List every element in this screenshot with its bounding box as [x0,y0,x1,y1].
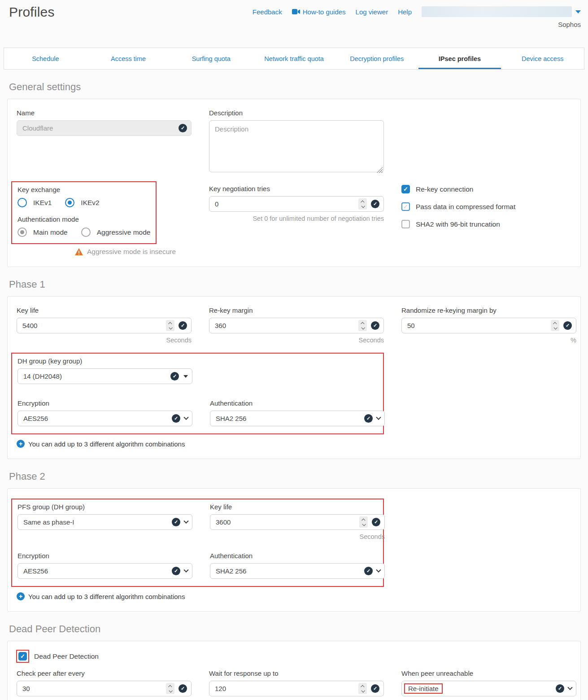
number-stepper[interactable] [359,516,368,528]
general-settings-heading: General settings [9,81,581,93]
p1-dh-group-label: DH group (key group) [17,357,192,365]
radio-aggressive-mode[interactable] [81,228,91,237]
radio-main-mode[interactable] [17,228,27,237]
p1-rekey-margin-field[interactable]: ✓ [209,318,384,333]
check-circle-icon: ✓ [170,372,179,381]
dpd-wait-input[interactable] [215,685,358,692]
radio-ikev1[interactable] [17,198,27,207]
p1-dh-group-select[interactable]: 14 (DH2048) ✓ [17,368,192,384]
p1-authentication-value: SHA2 256 [216,415,364,422]
key-negotiation-input[interactable] [215,200,358,208]
dpd-check-peer-field[interactable]: ✓ [17,681,192,696]
p1-randomize-input[interactable] [407,322,551,329]
number-stepper[interactable] [358,198,367,210]
header-right: Feedback How-to guides Log viewer Help S… [253,4,581,28]
number-stepper[interactable] [358,320,367,331]
p2-pfs-group-value: Same as phase-I [23,518,172,526]
dpd-checkbox-annotation-box: ✓ [16,650,29,663]
phase1-algorithms-annotation-box: DH group (key group) 14 (DH2048) ✓ Encry… [11,353,384,434]
tab-decryption-profiles[interactable]: Decryption profiles [335,48,418,69]
p1-rekey-margin-input[interactable] [215,322,358,329]
auth-mode-label: Authentication mode [17,215,150,223]
help-link[interactable]: Help [398,8,412,16]
dpd-wait-label: Wait for response up to [209,669,384,677]
p1-key-life-input[interactable] [22,322,166,329]
radio-ikev2-label: IKEv2 [81,199,99,207]
dpd-check-peer-input[interactable] [22,685,166,692]
p1-authentication-label: Authentication [210,399,385,407]
phase1-card: Key life ✓ Seconds Re-key margin ✓ Secon… [7,296,581,459]
p2-encryption-select[interactable]: AES256 ✓ [17,563,192,579]
p1-dh-group-value: 14 (DH2048) [23,372,170,380]
description-input[interactable] [209,120,384,172]
p1-encryption-select[interactable]: AES256 ✓ [17,411,192,426]
howto-guides-label: How-to guides [303,8,346,16]
check-circle-icon: ✓ [556,684,564,693]
p1-randomize-unit: % [401,337,576,344]
name-input [22,124,179,132]
page-header: Profiles Feedback How-to guides Log view… [0,0,588,45]
key-exchange-annotation-box: Key exchange IKEv1 IKEv2 Authentication … [11,181,157,244]
check-circle-icon: ✓ [371,321,379,330]
number-stepper[interactable] [358,683,367,694]
p2-add-combination-note[interactable]: + You can add up to 3 different algorith… [17,592,571,600]
p2-pfs-group-select[interactable]: Same as phase-I ✓ [17,514,192,530]
p1-randomize-field[interactable]: ✓ [401,318,576,333]
key-negotiation-label: Key negotiation tries [209,185,384,192]
p1-key-life-field[interactable]: ✓ [17,318,192,333]
dpd-wait-field[interactable]: ✓ [209,681,384,696]
p2-authentication-select[interactable]: SHA2 256 ✓ [210,563,385,579]
compressed-format-checkbox[interactable]: ✓ [401,202,410,211]
p1-rekey-margin-label: Re-key margin [209,306,384,314]
p1-randomize-label: Randomize re-keying margin by [401,306,576,314]
number-stepper[interactable] [551,320,559,331]
check-circle-icon: ✓ [172,414,180,423]
dpd-unreachable-select[interactable]: Re-initiate ✓ [401,681,576,696]
check-circle-icon: ✓ [364,414,373,423]
number-stepper[interactable] [166,320,174,331]
key-negotiation-field[interactable]: ✓ [209,196,384,212]
plus-icon[interactable]: + [17,592,25,600]
user-menu[interactable] [422,6,581,17]
check-circle-icon: ✓ [371,684,379,693]
plus-icon[interactable]: + [17,440,25,448]
tab-device-access[interactable]: Device access [501,48,584,69]
feedback-label: Feedback [253,8,282,16]
warning-text: Aggressive mode is insecure [87,248,176,256]
howto-guides-link[interactable]: How-to guides [292,8,346,16]
p2-authentication-value: SHA2 256 [216,567,364,575]
log-viewer-link[interactable]: Log viewer [356,8,388,16]
chevron-down-icon [567,685,572,690]
radio-ikev2[interactable] [65,198,74,207]
p2-note-text: You can add up to 3 different algorithm … [28,593,185,600]
p1-add-combination-note[interactable]: + You can add up to 3 different algorith… [17,440,571,448]
sha2-truncation-label: SHA2 with 96-bit truncation [416,220,500,228]
number-stepper[interactable] [166,683,174,694]
tab-schedule[interactable]: Schedule [4,48,87,69]
p1-key-life-label: Key life [17,306,192,314]
chevron-down-icon [183,415,188,420]
p2-key-life-input[interactable] [216,518,359,526]
sha2-truncation-checkbox[interactable]: ✓ [401,220,410,228]
key-negotiation-help: Set 0 for unlimited number of negotiatio… [209,215,384,222]
check-circle-icon: ✓ [371,200,379,208]
p2-key-life-unit: Seconds [210,533,385,540]
rekey-connection-checkbox[interactable]: ✓ [401,185,410,193]
tab-network-traffic-quota[interactable]: Network traffic quota [253,48,335,69]
feedback-link[interactable]: Feedback [253,8,282,16]
p2-authentication-label: Authentication [210,552,385,560]
p1-authentication-select[interactable]: SHA2 256 ✓ [210,411,385,426]
check-circle-icon: ✓ [372,518,380,526]
radio-main-mode-label: Main mode [33,228,68,236]
chevron-down-icon [376,415,381,420]
name-label: Name [17,109,192,117]
chevron-down-icon [183,518,188,523]
p2-key-life-field[interactable]: ✓ [210,514,385,530]
tab-access-time[interactable]: Access time [87,48,170,69]
user-menu-pill [422,6,572,17]
tab-surfing-quota[interactable]: Surfing quota [170,48,253,69]
phase1-heading: Phase 1 [9,279,581,290]
tab-ipsec-profiles[interactable]: IPsec profiles [418,48,501,69]
dpd-enable-checkbox[interactable]: ✓ [18,652,27,661]
help-label: Help [398,8,412,16]
